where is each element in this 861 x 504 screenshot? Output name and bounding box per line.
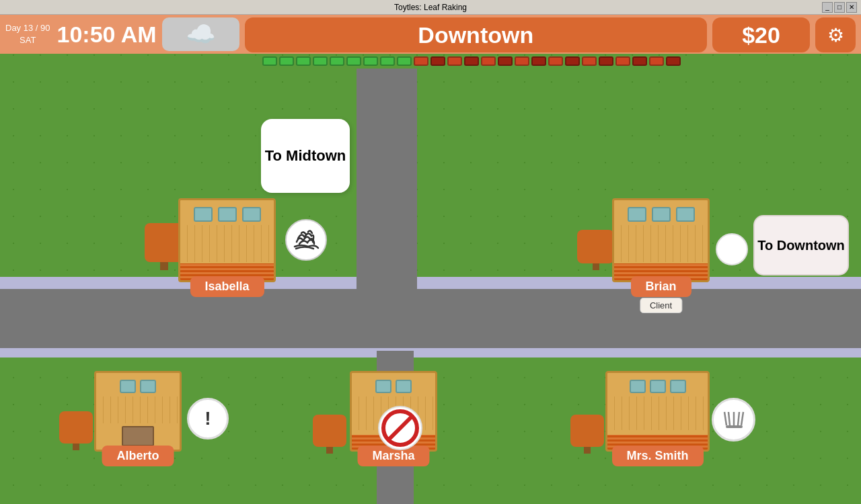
road-vertical-top [357,69,417,297]
weather-widget: ☁️ [162,17,239,51]
progress-pip [464,56,479,66]
progress-pip [615,56,630,66]
progress-pip [380,56,395,66]
location-label: Downtown [418,22,533,48]
progress-pip [447,56,462,66]
leaf-pile-icon [283,216,330,263]
progress-pip [279,56,294,66]
svg-line-9 [741,412,743,425]
mrs-smith-badge: Mrs. Smith [611,446,703,466]
money-label: $20 [742,22,780,48]
tree-brian-left [577,230,614,270]
progress-pip [481,56,496,66]
tree-alberto-left [59,411,93,450]
to-midtown-sign[interactable]: To Midtown [261,119,350,193]
money-display: $20 [712,17,810,52]
tree-marsha-left [313,415,346,454]
minimize-button[interactable]: _ [822,2,833,13]
progress-pip [346,56,361,66]
header-bar: Day 13 / 90 SAT 10:50 AM ☁️ Downtown $20… [0,15,861,54]
progress-pip [397,56,412,66]
titlebar-buttons: _ □ ✕ [822,2,857,13]
tree-mrs-smith-left [570,415,604,454]
progress-bar [262,56,681,66]
progress-pip [666,56,681,66]
progress-pip [498,56,513,66]
settings-button[interactable]: ⚙ [815,17,856,52]
progress-pip [632,56,647,66]
progress-pip [582,56,597,66]
svg-rect-4 [726,425,743,428]
house-brian[interactable]: Brian Client [612,198,710,282]
mrs-smith-rake-bubble [712,398,755,442]
svg-line-5 [724,412,726,425]
progress-pip [262,56,277,66]
to-downtown-bubble-small [716,233,748,265]
weekday-label: SAT [5,34,50,46]
marsha-no-sign [377,405,424,452]
time-display: 10:50 AM [57,22,157,48]
progress-pip [414,56,428,66]
progress-pip [649,56,664,66]
house-alberto[interactable]: Alberto [94,371,182,452]
location-banner: Downtown [245,17,707,52]
alberto-speech-bubble: ! [187,398,229,439]
close-button[interactable]: ✕ [846,2,857,13]
brian-badge: Brian [630,276,691,297]
progress-pip [548,56,563,66]
game-area: Day 13 / 90 SAT 10:50 AM ☁️ Downtown $20… [0,15,861,504]
house-mrs-smith[interactable]: Mrs. Smith [605,371,710,452]
road-horizontal [0,289,861,348]
progress-pip [296,56,311,66]
day-info: Day 13 / 90 SAT [5,22,50,46]
progress-pip [599,56,613,66]
progress-pip [313,56,328,66]
progress-pip [565,56,580,66]
to-midtown-label: To Midtown [265,147,346,165]
day-time-section: Day 13 / 90 SAT 10:50 AM [5,17,157,51]
progress-pip [430,56,445,66]
isabella-badge: Isabella [190,276,264,297]
alberto-badge: Alberto [102,446,174,466]
day-label: Day 13 / 90 [5,22,50,34]
progress-pip [363,56,378,66]
house-isabella[interactable]: Isabella [178,198,276,282]
to-downtown-label: To Downtown [757,238,845,253]
svg-line-8 [738,412,739,425]
progress-pip [330,56,344,66]
progress-pip [531,56,546,66]
maximize-button[interactable]: □ [834,2,845,13]
progress-pip [515,56,529,66]
titlebar: Toytles: Leaf Raking _ □ ✕ [0,0,861,15]
to-downtown-sign[interactable]: To Downtown [753,215,849,276]
window-title: Toytles: Leaf Raking [394,3,467,12]
svg-line-6 [728,412,730,425]
brian-client-badge: Client [640,298,682,313]
svg-point-0 [286,220,326,260]
